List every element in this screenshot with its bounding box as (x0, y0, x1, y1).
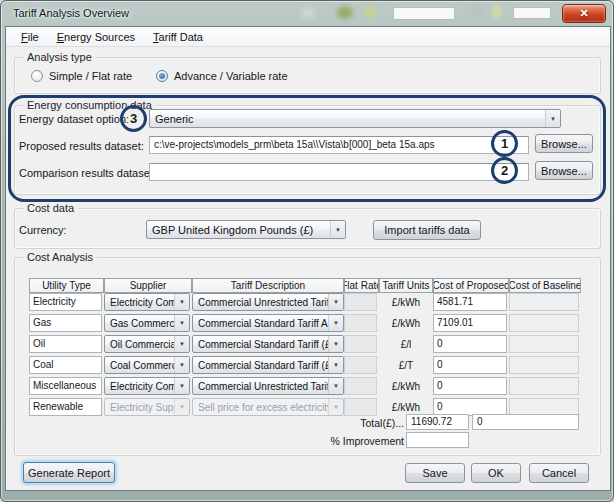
generate-report-button[interactable]: Generate Report (23, 462, 115, 483)
tariff-description-value: Commercial Standard Tariff A (£ GE (193, 318, 328, 329)
total-label: Total(£)... (331, 417, 404, 429)
flat-rate-cell (344, 335, 377, 353)
menu-tariff-data[interactable]: Tariff Data (144, 29, 212, 45)
cost-of-proposed-cell[interactable]: 0 (433, 356, 507, 374)
supplier-select[interactable]: Electricity Commerc▼ (104, 377, 190, 395)
chevron-down-icon: ▼ (328, 357, 343, 373)
total-proposed-value: 11690.72 (406, 414, 469, 430)
cost-of-proposed-cell[interactable]: 4581.71 (433, 293, 507, 311)
column-header-utility-type: Utility Type (29, 278, 104, 293)
utility-type-cell[interactable]: Coal (29, 356, 102, 374)
tariff-description-select[interactable]: Commercial Unrestricted Tariff (£ G▼ (192, 293, 344, 311)
tariff-description-select[interactable]: Commercial Standard Tariff A (£ GE▼ (192, 314, 344, 332)
cost-of-baseline-cell (509, 293, 579, 311)
cost-of-baseline-cell (509, 377, 579, 395)
column-header-tariff-description: Tariff Description (192, 278, 344, 293)
supplier-value: Electricity Commerc (105, 297, 174, 308)
chevron-down-icon: ▼ (174, 399, 189, 415)
utility-type-cell[interactable]: Oil (29, 335, 102, 353)
tariff-description-select: Sell price for excess electricity▼ (192, 398, 344, 416)
proposed-results-dataset-label: Proposed results dataset: (19, 140, 144, 152)
menu-file[interactable]: File (12, 29, 48, 45)
column-header-supplier: Supplier (104, 278, 192, 293)
supplier-select[interactable]: Oil Commercial Sup▼ (104, 335, 190, 353)
cost-of-proposed-cell[interactable]: 0 (433, 377, 507, 395)
supplier-select: Electricity Supplier1▼ (104, 398, 190, 416)
currency-value: GBP United Kingdom Pounds (£) (147, 224, 330, 236)
tariff-description-value: Commercial Standard Tariff (£ GBP (193, 360, 328, 371)
supplier-select[interactable]: Electricity Commerc▼ (104, 293, 190, 311)
tariff-description-value: Commercial Standard Tariff (£ GBP (193, 339, 328, 350)
cost-of-proposed-cell[interactable]: 0 (433, 335, 507, 353)
comparison-results-dataset-field[interactable] (149, 163, 529, 181)
chevron-down-icon: ▼ (174, 378, 189, 394)
energy-dataset-option-value: Generic (150, 113, 545, 125)
column-header-cost-of-proposed: Cost of Proposed (433, 278, 509, 293)
supplier-select[interactable]: Gas Commercial Su▼ (104, 314, 190, 332)
cost-analysis-table-header: Utility Type Supplier Tariff Description… (29, 278, 581, 293)
radio-simple-flat-rate[interactable]: Simple / Flat rate (31, 70, 132, 82)
cost-of-baseline-cell (509, 356, 579, 374)
utility-type-cell[interactable]: Miscellaneous (29, 377, 102, 395)
cancel-button[interactable]: Cancel (529, 463, 589, 483)
energy-consumption-group-label: Energy consumption data (23, 99, 156, 111)
flat-rate-cell (344, 356, 377, 374)
tariff-description-value: Commercial Unrestricted Tariff (£ G (193, 297, 328, 308)
supplier-value: Coal Commercial Su (105, 360, 174, 371)
cost-of-baseline-cell (509, 314, 579, 332)
close-button[interactable]: ✕ (562, 4, 606, 23)
titlebar-blur-artifact (301, 7, 315, 19)
browse-comparison-button[interactable]: Browse... (535, 161, 593, 180)
table-row: Electricity Electricity Commerc▼ Commerc… (29, 293, 581, 311)
radio-advance-variable-rate[interactable]: Advance / Variable rate (156, 70, 288, 82)
utility-type-cell[interactable]: Gas (29, 314, 102, 332)
chevron-down-icon: ▼ (330, 221, 345, 238)
radio-button-icon (156, 70, 168, 82)
tariff-units-cell: £/kWh (379, 377, 433, 395)
cost-of-proposed-cell[interactable]: 7109.01 (433, 314, 507, 332)
percent-improvement-value (406, 432, 469, 448)
chevron-down-icon: ▼ (328, 399, 343, 415)
chevron-down-icon: ▼ (545, 110, 560, 127)
save-button[interactable]: Save (405, 463, 465, 483)
utility-type-cell[interactable]: Renewable (29, 398, 102, 416)
currency-select[interactable]: GBP United Kingdom Pounds (£) ▼ (146, 220, 346, 239)
tariff-units-cell: £/l (379, 335, 433, 353)
tariff-description-select[interactable]: Commercial Standard Tariff (£ GBP▼ (192, 356, 344, 374)
table-row: Miscellaneous Electricity Commerc▼ Comme… (29, 377, 581, 395)
energy-dataset-option-label: Energy dataset option: (19, 113, 129, 125)
currency-label: Currency: (19, 224, 67, 236)
column-header-cost-of-baseline: Cost of Baseline (509, 278, 581, 293)
titlebar-blur-artifact (513, 7, 551, 19)
titlebar-blur-artifact (393, 7, 455, 20)
energy-dataset-option-select[interactable]: Generic ▼ (149, 109, 561, 128)
window-title: Tariff Analysis Overview (13, 7, 129, 19)
comparison-results-dataset-label: Comparison results dataset: (19, 167, 156, 179)
cost-data-group-label: Cost data (23, 202, 78, 214)
browse-proposed-button[interactable]: Browse... (535, 134, 593, 153)
utility-type-cell[interactable]: Electricity (29, 293, 102, 311)
titlebar-blur-artifact (471, 6, 483, 18)
chevron-down-icon: ▼ (328, 336, 343, 352)
column-header-tariff-units: Tariff Units (379, 278, 433, 293)
tariff-analysis-overview-dialog: Tariff Analysis Overview ✕ File Energy S… (0, 0, 614, 502)
menu-energy-sources[interactable]: Energy Sources (48, 29, 144, 45)
tariff-description-select[interactable]: Commercial Unrestricted Tariff (£ G▼ (192, 377, 344, 395)
tariff-description-select[interactable]: Commercial Standard Tariff (£ GBP▼ (192, 335, 344, 353)
import-tariffs-data-button[interactable]: Import tariffs data (373, 220, 481, 240)
flat-rate-cell (344, 293, 377, 311)
flat-rate-cell (344, 398, 377, 416)
titlebar-blur-artifact (337, 6, 353, 19)
table-row: Coal Coal Commercial Su▼ Commercial Stan… (29, 356, 581, 374)
titlebar-blur-artifact (492, 5, 502, 18)
supplier-select[interactable]: Coal Commercial Su▼ (104, 356, 190, 374)
tariff-units-cell: £/T (379, 356, 433, 374)
close-icon: ✕ (579, 7, 588, 19)
column-header-flat-rate: Flat Rate (344, 278, 379, 293)
proposed-results-dataset-field[interactable]: c:\ve-projects\models_prm\beta 15a\\Vist… (149, 136, 529, 154)
table-row: Gas Gas Commercial Su▼ Commercial Standa… (29, 314, 581, 332)
ok-button[interactable]: OK (471, 463, 521, 483)
cost-analysis-group-label: Cost Analysis (23, 251, 97, 263)
titlebar-blur-artifact (363, 6, 377, 18)
tariff-units-cell: £/kWh (379, 293, 433, 311)
